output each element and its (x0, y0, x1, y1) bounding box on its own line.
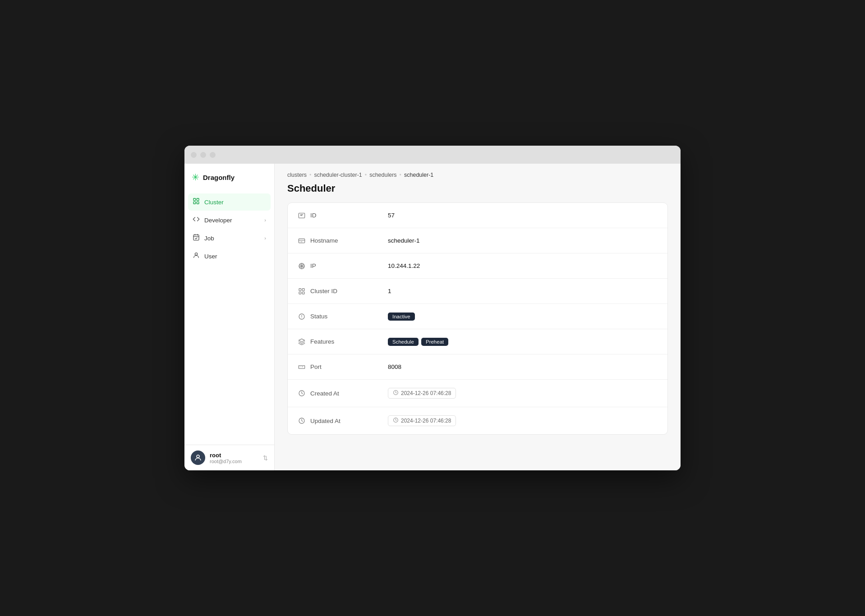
svg-point-6 (197, 455, 199, 458)
sidebar-item-user[interactable]: User (188, 248, 271, 265)
svg-rect-1 (197, 198, 199, 201)
app-window: ✳ Dragonfly Cluster (184, 146, 681, 470)
ip-icon (298, 262, 306, 270)
breadcrumb-current: scheduler-1 (404, 172, 433, 178)
svg-rect-3 (197, 202, 199, 204)
created-at-label: Created At (310, 390, 339, 397)
created-at-label-wrap: Created At (298, 389, 388, 397)
ip-value: 10.244.1.22 (388, 262, 420, 269)
detail-row-ip: IP 10.244.1.22 (288, 253, 667, 279)
titlebar (184, 146, 681, 164)
sidebar: ✳ Dragonfly Cluster (184, 164, 275, 470)
user-email: root@d7y.com (210, 459, 258, 464)
sidebar-logo: ✳ Dragonfly (184, 164, 274, 191)
user-info: root root@d7y.com (210, 452, 258, 464)
detail-row-features: Features Schedule Preheat (288, 329, 667, 354)
page-title: Scheduler (275, 178, 681, 202)
breadcrumb-cluster[interactable]: scheduler-cluster-1 (314, 172, 362, 178)
sidebar-nav: Cluster Developer › (184, 191, 274, 445)
breadcrumb-sep-1: • (309, 172, 311, 178)
port-value: 8008 (388, 363, 401, 370)
main-content: clusters • scheduler-cluster-1 • schedul… (275, 164, 681, 470)
user-label: User (204, 253, 217, 260)
job-label: Job (204, 235, 214, 242)
breadcrumb-sep-3: • (400, 172, 401, 178)
detail-row-id: ID 57 (288, 203, 667, 228)
created-at-text: 2024-12-26 07:46:28 (401, 390, 451, 396)
close-button[interactable] (191, 152, 197, 158)
window-body: ✳ Dragonfly Cluster (184, 164, 681, 470)
updated-at-clock-icon (393, 417, 399, 424)
job-icon (193, 234, 200, 243)
sidebar-item-cluster[interactable]: Cluster (188, 193, 271, 211)
id-label: ID (310, 212, 317, 219)
cluster-label: Cluster (204, 199, 224, 206)
detail-card: ID 57 Hostname (287, 202, 668, 435)
minimize-button[interactable] (200, 152, 206, 158)
user-name: root (210, 452, 258, 459)
id-label-wrap: ID (298, 211, 388, 220)
created-at-clock-icon (393, 390, 399, 397)
job-chevron: › (264, 235, 266, 241)
developer-label: Developer (204, 217, 232, 224)
svg-rect-15 (299, 365, 304, 368)
dragonfly-icon: ✳ (192, 172, 199, 183)
updated-at-label-wrap: Updated At (298, 417, 388, 425)
feature-schedule-badge: Schedule (388, 338, 419, 346)
features-label: Features (310, 338, 334, 345)
svg-rect-12 (299, 292, 301, 294)
port-label-wrap: Port (298, 363, 388, 371)
svg-rect-2 (193, 202, 196, 204)
feature-preheat-badge: Preheat (421, 338, 448, 346)
features-label-wrap: Features (298, 338, 388, 346)
cluster-id-label-wrap: Cluster ID (298, 287, 388, 295)
port-label: Port (310, 363, 322, 370)
developer-chevron: › (264, 217, 266, 223)
hostname-label-wrap: Hostname (298, 237, 388, 245)
svg-rect-13 (302, 292, 304, 294)
status-icon (298, 313, 306, 321)
updated-at-text: 2024-12-26 07:46:28 (401, 418, 451, 424)
ip-label-wrap: IP (298, 262, 388, 270)
id-icon (298, 211, 306, 220)
created-at-value: 2024-12-26 07:46:28 (388, 388, 456, 399)
detail-row-status: Status Inactive (288, 304, 667, 329)
sidebar-item-job[interactable]: Job › (188, 230, 271, 247)
sidebar-item-developer[interactable]: Developer › (188, 211, 271, 229)
status-badge: Inactive (388, 313, 415, 321)
created-at-icon (298, 389, 306, 397)
features-value: Schedule Preheat (388, 338, 448, 346)
svg-rect-4 (193, 235, 199, 240)
updated-at-value: 2024-12-26 07:46:28 (388, 415, 456, 426)
status-label-wrap: Status (298, 313, 388, 321)
svg-rect-11 (302, 289, 304, 291)
logo-label: Dragonfly (203, 174, 235, 181)
avatar (191, 451, 205, 465)
updated-at-label: Updated At (310, 418, 340, 424)
updated-at-icon (298, 417, 306, 425)
hostname-value: scheduler-1 (388, 237, 420, 244)
breadcrumb: clusters • scheduler-cluster-1 • schedul… (275, 164, 681, 178)
cluster-icon (193, 198, 200, 207)
breadcrumb-sep-2: • (365, 172, 367, 178)
svg-rect-10 (299, 289, 301, 291)
ip-label: IP (310, 262, 316, 269)
hostname-label: Hostname (310, 237, 338, 244)
features-icon (298, 338, 306, 346)
sidebar-footer[interactable]: root root@d7y.com ⇅ (184, 445, 274, 470)
detail-row-cluster-id: Cluster ID 1 (288, 279, 667, 304)
user-expand-icon: ⇅ (263, 455, 268, 461)
maximize-button[interactable] (210, 152, 216, 158)
cluster-id-value: 1 (388, 288, 391, 294)
svg-rect-8 (299, 239, 304, 243)
detail-row-port: Port 8008 (288, 354, 667, 380)
breadcrumb-clusters[interactable]: clusters (287, 172, 307, 178)
hostname-icon (298, 237, 306, 245)
port-icon (298, 363, 306, 371)
status-label: Status (310, 313, 327, 320)
id-value: 57 (388, 212, 395, 219)
breadcrumb-schedulers[interactable]: schedulers (369, 172, 396, 178)
detail-row-updated-at: Updated At 2024-12-26 07:46:28 (288, 407, 667, 434)
user-icon (193, 252, 200, 261)
cluster-id-label: Cluster ID (310, 288, 337, 294)
